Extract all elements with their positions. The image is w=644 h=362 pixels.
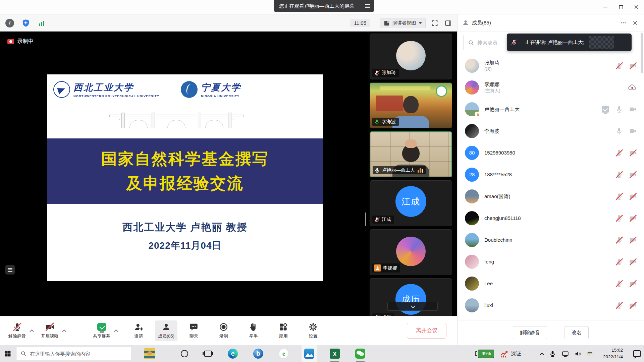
camera-muted-icon[interactable]	[629, 302, 637, 309]
video-tile-active-speaker[interactable]: 卢艳丽—西工大	[370, 131, 452, 177]
toolbar-members-button[interactable]: 成员(85)	[155, 320, 177, 341]
action-center-icon[interactable]	[633, 350, 641, 357]
mic-on-icon[interactable]	[615, 106, 623, 113]
fullscreen-button[interactable]	[430, 19, 439, 27]
toolbar-record-button[interactable]: 录制	[216, 320, 231, 341]
meeting-app-button[interactable]	[302, 345, 317, 362]
toolbar-chat-button[interactable]: 聊天	[186, 320, 201, 341]
camera-on-icon[interactable]	[629, 106, 637, 113]
member-row[interactable]: chengjun851118	[458, 207, 644, 229]
close-panel-button[interactable]	[631, 18, 639, 27]
mic-muted-icon[interactable]	[615, 149, 623, 157]
view-mode-dropdown[interactable]: 演讲者视图	[380, 18, 426, 28]
network-quality-icon[interactable]	[38, 19, 46, 27]
battery-indicator[interactable]: 99%	[475, 350, 494, 358]
member-row[interactable]: 张加琦 (我)	[458, 55, 644, 76]
more-options-button[interactable]	[619, 18, 628, 27]
ime-indicator[interactable]: 中	[587, 350, 593, 358]
camera-muted-icon[interactable]	[629, 193, 637, 200]
pharaoh-app-button[interactable]	[142, 345, 157, 362]
tray-volume-button[interactable]	[575, 350, 582, 357]
mic-muted-icon[interactable]	[615, 193, 623, 200]
panel-scrollbar[interactable]	[641, 33, 643, 73]
tray-display-button[interactable]	[562, 350, 569, 357]
camera-muted-icon[interactable]	[629, 171, 637, 178]
tray-mic-button[interactable]	[549, 350, 556, 357]
member-row[interactable]: 李娜娜 (主持人)	[458, 76, 644, 98]
mic-on-icon[interactable]	[615, 127, 623, 135]
unmute-button[interactable]: 解除静音	[513, 326, 547, 339]
excel-button[interactable]: x	[327, 345, 342, 362]
mic-muted-icon[interactable]	[615, 302, 623, 309]
banner-menu-button[interactable]	[360, 0, 374, 12]
camera-muted-icon[interactable]	[629, 236, 637, 244]
member-row[interactable]: liuxl	[458, 294, 644, 316]
taskbar-clock[interactable]: 15:02 2022/11/4	[599, 347, 623, 360]
camera-muted-icon[interactable]	[629, 280, 637, 287]
presentation-slide: 西北工业大学 NORTHWESTERN POLYTECHNICAL UNIVER…	[47, 74, 323, 281]
raise-hand-icon	[249, 322, 258, 331]
meeting-topbar: i 11:05 演讲者视图	[0, 14, 457, 32]
mic-muted-icon[interactable]	[615, 62, 623, 69]
video-tile[interactable]: 李娜娜	[370, 229, 452, 275]
member-row[interactable]: amao(国涛)	[458, 185, 644, 207]
member-row[interactable]: 李海波	[458, 120, 644, 142]
minimize-button[interactable]	[598, 0, 613, 14]
taskbar-search-box[interactable]	[16, 347, 131, 360]
share-options-chevron[interactable]	[114, 329, 118, 334]
camera-on-icon[interactable]	[629, 127, 637, 135]
member-row[interactable]: 80 15296903980	[458, 142, 644, 164]
mic-muted-icon[interactable]	[615, 171, 623, 178]
mic-muted-icon[interactable]	[615, 215, 623, 222]
maximize-button[interactable]	[613, 0, 629, 14]
security-shield-icon[interactable]	[21, 19, 30, 27]
toolbar-unmute-button[interactable]: 解除静音	[5, 320, 29, 341]
green-browser-button[interactable]: e	[276, 345, 291, 362]
camera-muted-icon[interactable]	[629, 258, 637, 265]
video-tile[interactable]: 张加琦	[370, 34, 452, 79]
tray-overflow-chevron[interactable]	[540, 352, 544, 357]
rename-button[interactable]: 改名	[565, 326, 589, 339]
video-tile[interactable]: 江成 江成	[370, 180, 452, 226]
task-view-button[interactable]	[200, 345, 216, 362]
scroll-down-thumbnails-button[interactable]	[387, 302, 438, 311]
edge-browser-button[interactable]: e	[225, 345, 240, 362]
toolbar-apps-button[interactable]: 应用	[276, 320, 291, 341]
blue-app-button[interactable]: b	[251, 345, 266, 362]
video-options-chevron[interactable]	[62, 329, 66, 334]
mic-options-chevron[interactable]	[30, 329, 34, 334]
wechat-button[interactable]	[353, 345, 368, 362]
stock-ticker[interactable]: 深证...	[500, 349, 525, 358]
toolbar-raise-hand-button[interactable]: 举手	[246, 320, 261, 341]
member-row[interactable]: 28 188****5528	[458, 164, 644, 185]
member-row[interactable]: 卢艳丽—西工大	[458, 98, 644, 120]
leave-meeting-button[interactable]: 离开会议	[407, 323, 446, 339]
camera-muted-icon[interactable]	[629, 62, 637, 69]
camera-muted-icon[interactable]	[629, 215, 637, 222]
mic-muted-icon[interactable]	[615, 258, 623, 265]
member-row[interactable]: Doublechinn	[458, 229, 644, 251]
cortana-button[interactable]	[177, 345, 192, 362]
member-row[interactable]: Lee	[458, 273, 644, 294]
toolbar-settings-button[interactable]: 设置	[306, 320, 321, 341]
toolbar-share-screen-button[interactable]: 共享屏幕	[90, 320, 113, 341]
toolbar-start-video-button[interactable]: 开启视频	[38, 320, 61, 341]
minimize-icon	[603, 7, 607, 7]
meeting-info-icon[interactable]: i	[5, 19, 14, 27]
mic-muted-icon[interactable]	[615, 236, 623, 244]
close-button[interactable]	[629, 0, 644, 14]
next-page-button[interactable]	[365, 214, 366, 226]
avatar-initials: 江成	[395, 186, 426, 217]
camera-muted-icon[interactable]	[629, 149, 637, 157]
video-tile[interactable]: 李海波	[370, 82, 452, 128]
participant-name: 李海波	[382, 119, 396, 125]
avatar	[465, 298, 479, 312]
slide-title-banner: 国家自然科学基金撰写 及申报经验交流	[47, 138, 323, 204]
toggle-sidebar-button[interactable]	[444, 19, 452, 27]
member-row[interactable]: feng	[458, 251, 644, 273]
toolbar-invite-button[interactable]: 邀请	[131, 320, 146, 341]
mic-muted-icon[interactable]	[615, 280, 623, 287]
taskbar-search-input[interactable]	[30, 351, 127, 357]
annotation-tools-button[interactable]	[5, 265, 15, 275]
start-button[interactable]	[0, 345, 15, 362]
